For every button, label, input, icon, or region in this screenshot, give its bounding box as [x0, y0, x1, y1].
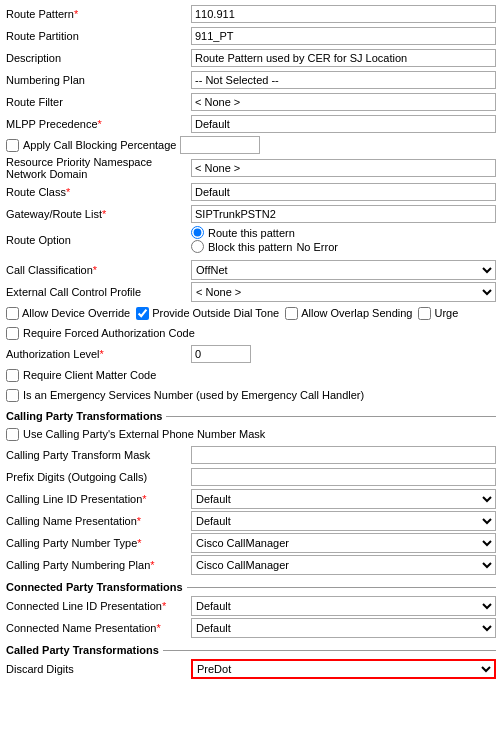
- route-partition-label: Route Partition: [6, 30, 191, 42]
- route-class-row: Route Class*: [6, 182, 496, 202]
- route-pattern-label: Route Pattern*: [6, 8, 191, 20]
- apply-call-blocking-checkbox[interactable]: [6, 139, 19, 152]
- resource-priority-input[interactable]: [191, 159, 496, 177]
- connected-name-presentation-row: Connected Name Presentation* Default: [6, 618, 496, 638]
- call-classification-label: Call Classification*: [6, 264, 191, 276]
- description-label: Description: [6, 52, 191, 64]
- discard-digits-label: Discard Digits: [6, 663, 191, 675]
- gateway-route-row: Gateway/Route List*: [6, 204, 496, 224]
- calling-party-numbering-plan-label: Calling Party Numbering Plan*: [6, 559, 191, 571]
- connected-line-id-select[interactable]: Default: [191, 596, 496, 616]
- form-container: Route Pattern* Route Partition Descripti…: [0, 0, 502, 685]
- numbering-plan-label: Numbering Plan: [6, 74, 191, 86]
- calling-name-presentation-select[interactable]: Default: [191, 511, 496, 531]
- numbering-plan-input[interactable]: [191, 71, 496, 89]
- use-calling-party-row: Use Calling Party's External Phone Numbe…: [6, 425, 496, 443]
- route-this-pattern-radio[interactable]: [191, 226, 204, 239]
- apply-call-blocking-label: Apply Call Blocking Percentage: [23, 139, 176, 151]
- route-filter-input[interactable]: [191, 93, 496, 111]
- provide-outside-dial-tone-checkbox[interactable]: [136, 307, 149, 320]
- require-forced-auth-label: Require Forced Authorization Code: [23, 327, 195, 339]
- route-pattern-input[interactable]: [191, 5, 496, 23]
- allow-overlap-sending-label: Allow Overlap Sending: [285, 307, 412, 320]
- prefix-digits-row: Prefix Digits (Outgoing Calls): [6, 467, 496, 487]
- mlpp-row: MLPP Precedence*: [6, 114, 496, 134]
- use-calling-party-checkbox[interactable]: [6, 428, 19, 441]
- calling-party-transform-mask-input[interactable]: [191, 446, 496, 464]
- calling-party-numbering-plan-select[interactable]: Cisco CallManager: [191, 555, 496, 575]
- mlpp-label: MLPP Precedence*: [6, 118, 191, 130]
- connected-name-presentation-label: Connected Name Presentation*: [6, 622, 191, 634]
- calling-party-transform-mask-label: Calling Party Transform Mask: [6, 449, 191, 461]
- calling-party-section-title: Calling Party Transformations: [6, 410, 496, 422]
- connected-line-id-row: Connected Line ID Presentation* Default: [6, 596, 496, 616]
- apply-call-blocking-input[interactable]: [180, 136, 260, 154]
- calling-name-presentation-label: Calling Name Presentation*: [6, 515, 191, 527]
- require-client-matter-checkbox[interactable]: [6, 369, 19, 382]
- call-classification-row: Call Classification* OffNet: [6, 260, 496, 280]
- call-classification-select[interactable]: OffNet: [191, 260, 496, 280]
- route-pattern-row: Route Pattern*: [6, 4, 496, 24]
- route-option-group: Route this pattern Block this pattern No…: [191, 226, 496, 254]
- auth-level-label: Authorization Level*: [6, 348, 191, 360]
- discard-digits-select[interactable]: PreDot: [191, 659, 496, 679]
- gateway-route-label: Gateway/Route List*: [6, 208, 191, 220]
- gateway-route-input[interactable]: [191, 205, 496, 223]
- is-emergency-row: Is an Emergency Services Number (used by…: [6, 386, 496, 404]
- connected-name-presentation-select[interactable]: Default: [191, 618, 496, 638]
- connected-line-id-label: Connected Line ID Presentation*: [6, 600, 191, 612]
- require-forced-auth-checkbox[interactable]: [6, 327, 19, 340]
- description-row: Description: [6, 48, 496, 68]
- allow-device-override-checkbox[interactable]: [6, 307, 19, 320]
- provide-outside-dial-tone-label: Provide Outside Dial Tone: [136, 307, 279, 320]
- route-partition-row: Route Partition: [6, 26, 496, 46]
- route-option-row: Route Option Route this pattern Block th…: [6, 226, 496, 254]
- resource-priority-row: Resource Priority Namespace Network Doma…: [6, 156, 496, 180]
- is-emergency-checkbox[interactable]: [6, 389, 19, 402]
- auth-level-input[interactable]: [191, 345, 251, 363]
- no-error-badge: No Error: [296, 241, 338, 253]
- use-calling-party-label: Use Calling Party's External Phone Numbe…: [23, 428, 265, 440]
- route-filter-row: Route Filter: [6, 92, 496, 112]
- inline-checkboxes-row: Allow Device Override Provide Outside Di…: [6, 304, 496, 322]
- require-client-matter-row: Require Client Matter Code: [6, 366, 496, 384]
- require-forced-auth-row: Require Forced Authorization Code: [6, 324, 496, 342]
- allow-device-override-label: Allow Device Override: [6, 307, 130, 320]
- calling-line-id-label: Calling Line ID Presentation*: [6, 493, 191, 505]
- description-input[interactable]: [191, 49, 496, 67]
- route-filter-label: Route Filter: [6, 96, 191, 108]
- auth-level-row: Authorization Level*: [6, 344, 496, 364]
- calling-party-number-type-select[interactable]: Cisco CallManager: [191, 533, 496, 553]
- block-this-pattern-row: Block this pattern No Error: [191, 240, 496, 253]
- resource-priority-label: Resource Priority Namespace Network Doma…: [6, 156, 191, 180]
- calling-party-number-type-label: Calling Party Number Type*: [6, 537, 191, 549]
- mlpp-input[interactable]: [191, 115, 496, 133]
- require-client-matter-label: Require Client Matter Code: [23, 369, 156, 381]
- route-this-pattern-row: Route this pattern: [191, 226, 496, 239]
- external-call-control-row: External Call Control Profile < None >: [6, 282, 496, 302]
- calling-line-id-select[interactable]: Default: [191, 489, 496, 509]
- called-party-section-title: Called Party Transformations: [6, 644, 496, 656]
- urge-checkbox[interactable]: [418, 307, 431, 320]
- route-class-input[interactable]: [191, 183, 496, 201]
- urge-label: Urge: [418, 307, 458, 320]
- calling-name-presentation-row: Calling Name Presentation* Default: [6, 511, 496, 531]
- route-partition-input[interactable]: [191, 27, 496, 45]
- route-class-label: Route Class*: [6, 186, 191, 198]
- route-this-pattern-label: Route this pattern: [208, 227, 295, 239]
- connected-party-section-title: Connected Party Transformations: [6, 581, 496, 593]
- numbering-plan-row: Numbering Plan: [6, 70, 496, 90]
- calling-party-number-type-row: Calling Party Number Type* Cisco CallMan…: [6, 533, 496, 553]
- route-option-label: Route Option: [6, 234, 191, 246]
- prefix-digits-label: Prefix Digits (Outgoing Calls): [6, 471, 191, 483]
- block-this-pattern-radio[interactable]: [191, 240, 204, 253]
- allow-overlap-sending-checkbox[interactable]: [285, 307, 298, 320]
- apply-call-blocking-row: Apply Call Blocking Percentage: [6, 136, 496, 154]
- external-call-control-select[interactable]: < None >: [191, 282, 496, 302]
- route-pattern-value: [191, 5, 496, 23]
- calling-party-numbering-plan-row: Calling Party Numbering Plan* Cisco Call…: [6, 555, 496, 575]
- calling-party-transform-mask-row: Calling Party Transform Mask: [6, 445, 496, 465]
- is-emergency-label: Is an Emergency Services Number (used by…: [23, 389, 364, 401]
- external-call-control-label: External Call Control Profile: [6, 286, 191, 298]
- prefix-digits-input[interactable]: [191, 468, 496, 486]
